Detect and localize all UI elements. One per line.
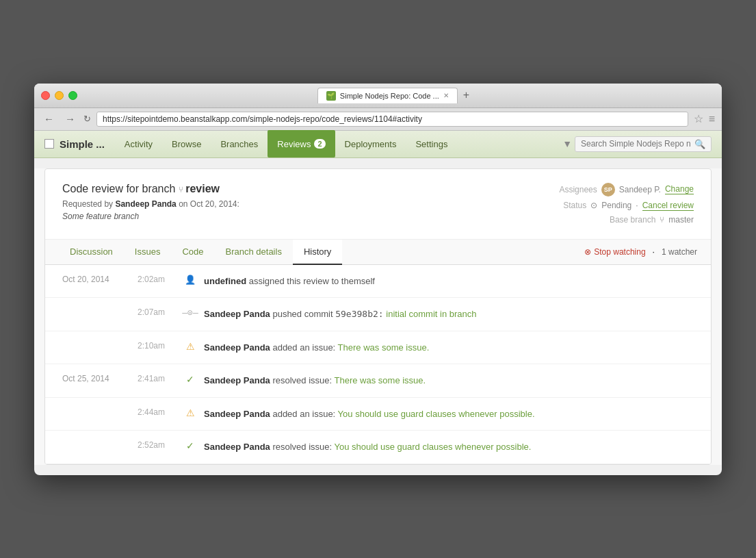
review-branch-name: review: [185, 183, 220, 194]
status-row: Status ⊙ Pending · Cancel review: [559, 201, 694, 211]
nav-item-settings[interactable]: Settings: [406, 130, 457, 157]
base-branch-name: master: [668, 215, 694, 225]
tab-bar: 🌱 Simple Nodejs Repo: Code ... ✕ +: [77, 88, 715, 103]
tab-favicon: 🌱: [326, 91, 336, 101]
stop-watching-label: Stop watching: [594, 247, 645, 257]
new-tab-button[interactable]: +: [458, 88, 475, 103]
requested-on: on Oct 20, 2014:: [179, 199, 239, 209]
tab-title: Simple Nodejs Repo: Code ...: [340, 92, 439, 100]
app-name: Simple ...: [60, 138, 105, 150]
menu-button[interactable]: ≡: [709, 113, 715, 125]
history-icon-issue: ⚠: [182, 341, 198, 352]
forward-button[interactable]: →: [62, 112, 78, 126]
history-text: Sandeep Panda pushed commit 59e398b2: in…: [204, 307, 694, 321]
close-button[interactable]: [41, 91, 50, 100]
history-text: Sandeep Panda added an issue: You should…: [204, 407, 694, 421]
change-assignee-link[interactable]: Change: [665, 184, 694, 194]
maximize-button[interactable]: [68, 91, 77, 100]
watcher-count: 1 watcher: [662, 247, 697, 257]
minimize-button[interactable]: [55, 91, 64, 100]
assignee-name: Sandeep P.: [619, 185, 661, 194]
status-label: Status: [563, 201, 586, 210]
history-row: 2:07am–⊙–Sandeep Panda pushed commit 59e…: [45, 298, 711, 331]
review-meta: Assignees SP Sandeep P. Change Status ⊙ …: [559, 183, 694, 229]
bookmark-button[interactable]: ☆: [694, 112, 703, 125]
nav-item-deployments[interactable]: Deployments: [335, 130, 406, 157]
issue-link[interactable]: You should use guard clauses whenever po…: [335, 442, 532, 452]
history-row: 2:52am✓Sandeep Panda resolved issue: You…: [45, 431, 711, 464]
back-button[interactable]: ←: [41, 112, 57, 126]
history-time: 2:44am: [138, 407, 182, 417]
history-time: 2:07am: [138, 307, 182, 317]
filter-icon[interactable]: ▼: [560, 136, 575, 152]
review-title-section: Code review for branch ⑂ review Requeste…: [62, 183, 239, 229]
browser-tab[interactable]: 🌱 Simple Nodejs Repo: Code ... ✕: [317, 88, 458, 103]
branch-icon: ⑂: [179, 185, 185, 194]
search-input[interactable]: [581, 139, 691, 149]
history-date: Oct 25, 2014: [62, 374, 138, 383]
history-row: 2:10am⚠Sandeep Panda added an issue: The…: [45, 331, 711, 365]
tab-issues[interactable]: Issues: [124, 240, 172, 265]
nav-item-activity[interactable]: Activity: [115, 130, 162, 157]
stop-watching-link[interactable]: ⊗ Stop watching: [584, 247, 645, 257]
feature-branch-name: Some feature branch: [62, 212, 239, 221]
issue-link[interactable]: You should use guard clauses whenever po…: [338, 409, 535, 419]
watch-section: ⊗ Stop watching · 1 watcher: [584, 247, 697, 257]
tab-discussion[interactable]: Discussion: [59, 240, 124, 265]
status-icon: ⊙: [590, 201, 597, 210]
history-text: undefined assigned this review to themse…: [204, 275, 694, 288]
history-icon-issue: ⚠: [182, 407, 198, 418]
assignees-row: Assignees SP Sandeep P. Change: [559, 183, 694, 196]
issue-link[interactable]: There was some issue.: [335, 375, 426, 385]
nav-item-reviews-label: Reviews: [277, 139, 311, 149]
history-date: Oct 20, 2014: [62, 275, 138, 284]
tab-history[interactable]: History: [293, 240, 342, 265]
nav-item-reviews[interactable]: Reviews 2: [268, 130, 335, 157]
reviews-badge: 2: [314, 139, 325, 149]
history-row: Oct 25, 20142:41am✓Sandeep Panda resolve…: [45, 364, 711, 398]
search-wrapper: 🔍: [575, 136, 712, 152]
review-header: Code review for branch ⑂ review Requeste…: [45, 169, 711, 240]
watch-separator: ·: [653, 247, 655, 257]
browser-window: 🌱 Simple Nodejs Repo: Code ... ✕ + ← → ↻…: [34, 84, 722, 475]
search-icon: 🔍: [694, 139, 705, 149]
review-title-prefix: Code review for branch: [62, 183, 175, 194]
history-icon-resolved: ✓: [182, 440, 198, 451]
address-bar: ← → ↻ ☆ ≡: [34, 108, 722, 131]
history-row: 2:44am⚠Sandeep Panda added an issue: You…: [45, 398, 711, 431]
issue-link[interactable]: There was some issue.: [338, 342, 430, 353]
history-text: Sandeep Panda added an issue: There was …: [204, 341, 694, 355]
nav-item-browse[interactable]: Browse: [162, 130, 211, 157]
app-header: Simple ... Activity Browse Branches Revi…: [34, 131, 722, 158]
address-input[interactable]: [96, 112, 688, 127]
tab-branch-details[interactable]: Branch details: [215, 240, 293, 265]
history-row: Oct 20, 20142:02am👤undefined assigned th…: [45, 265, 711, 299]
logo-checkbox: [44, 139, 54, 149]
tab-close-button[interactable]: ✕: [443, 92, 449, 99]
titlebar: 🌱 Simple Nodejs Repo: Code ... ✕ +: [34, 84, 722, 108]
watcher-label: watcher: [668, 247, 697, 257]
assignees-label: Assignees: [559, 185, 597, 194]
app-logo: Simple ...: [44, 138, 105, 150]
cancel-review-link[interactable]: Cancel review: [642, 201, 694, 211]
main-content: Code review for branch ⑂ review Requeste…: [34, 168, 722, 465]
commit-link[interactable]: initial commit in branch: [386, 309, 476, 319]
history-icon-person: 👤: [182, 275, 198, 285]
reload-button[interactable]: ↻: [83, 114, 91, 124]
history-icon-resolved: ✓: [182, 374, 198, 385]
status-value: Pending: [601, 201, 631, 210]
history-time: 2:02am: [138, 275, 182, 284]
base-branch-row: Base branch ⑂ master: [559, 215, 694, 225]
nav-item-branches[interactable]: Branches: [211, 130, 268, 157]
avatar: SP: [601, 183, 615, 196]
review-title: Code review for branch ⑂ review: [62, 183, 239, 195]
nav-menu: Activity Browse Branches Reviews 2 Deplo…: [115, 130, 553, 157]
base-branch-icon: ⑂: [660, 215, 664, 225]
separator: ·: [636, 201, 638, 210]
history-time: 2:52am: [138, 440, 182, 450]
content-card: Code review for branch ⑂ review Requeste…: [44, 168, 712, 465]
tab-code[interactable]: Code: [171, 240, 214, 265]
base-branch-label: Base branch: [610, 215, 655, 225]
history-time: 2:41am: [138, 374, 182, 383]
history-text: Sandeep Panda resolved issue: There was …: [204, 374, 694, 388]
